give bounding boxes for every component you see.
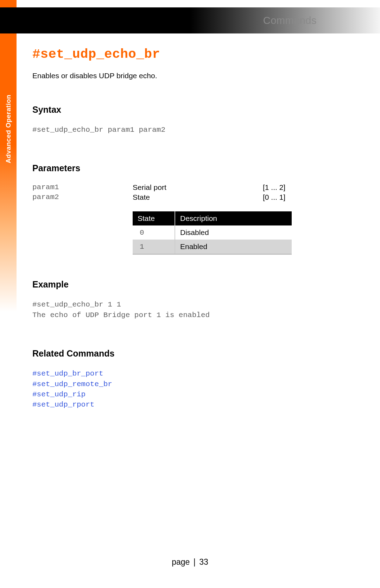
- footer-separator: |: [194, 557, 196, 567]
- syntax-section: Syntax #set_udp_echo_br param1 param2: [32, 105, 338, 135]
- parameters-heading: Parameters: [32, 163, 338, 173]
- command-title: #set_udp_echo_br: [32, 47, 338, 62]
- state-value: 1: [133, 240, 175, 254]
- param-name: param1: [32, 183, 133, 192]
- param-desc: State: [133, 193, 263, 202]
- state-desc: Enabled: [175, 240, 292, 254]
- param-desc: Serial port: [133, 183, 263, 192]
- table-header-row: State Description: [133, 211, 292, 225]
- param-row: param2 State [0 ... 1]: [32, 193, 338, 202]
- parameters-section: Parameters param1 Serial port [1 ... 2] …: [32, 163, 338, 255]
- param-range: [1 ... 2]: [263, 183, 285, 192]
- example-heading: Example: [32, 279, 338, 290]
- sidebar: Advanced Operation: [0, 33, 17, 312]
- syntax-heading: Syntax: [32, 105, 338, 115]
- related-section: Related Commands #set_udp_br_port #set_u…: [32, 348, 338, 410]
- top-orange-strip: [0, 0, 17, 7]
- page: Commands Advanced Operation #set_udp_ech…: [0, 0, 380, 588]
- related-heading: Related Commands: [32, 348, 338, 359]
- state-value: 0: [133, 225, 175, 240]
- state-header: State: [133, 211, 175, 225]
- related-link[interactable]: #set_udp_rip: [32, 389, 338, 400]
- param-range: [0 ... 1]: [263, 193, 285, 202]
- state-table: State Description 0 Disabled 1 Enabled: [133, 211, 292, 255]
- table-row: 0 Disabled: [133, 225, 292, 240]
- header-title: Commands: [263, 15, 317, 26]
- syntax-code: #set_udp_echo_br param1 param2: [32, 125, 338, 135]
- related-link[interactable]: #set_udp_rport: [32, 400, 338, 410]
- content: #set_udp_echo_br Enables or disables UDP…: [32, 47, 338, 424]
- example-section: Example #set_udp_echo_br 1 1 The echo of…: [32, 279, 338, 320]
- sidebar-label: Advanced Operation: [5, 95, 12, 163]
- param-name: param2: [32, 193, 133, 202]
- related-link[interactable]: #set_udp_remote_br: [32, 379, 338, 389]
- command-description: Enables or disables UDP bridge echo.: [32, 72, 338, 80]
- related-link[interactable]: #set_udp_br_port: [32, 369, 338, 379]
- example-code: #set_udp_echo_br 1 1 The echo of UDP Bri…: [32, 299, 338, 320]
- page-footer: page | 33: [0, 557, 380, 567]
- state-desc: Disabled: [175, 225, 292, 240]
- description-header: Description: [175, 211, 292, 225]
- header-bar: Commands: [0, 7, 380, 33]
- footer-label: page: [172, 557, 190, 567]
- footer-page-number: 33: [199, 557, 208, 567]
- table-row: 1 Enabled: [133, 240, 292, 254]
- param-row: param1 Serial port [1 ... 2]: [32, 183, 338, 192]
